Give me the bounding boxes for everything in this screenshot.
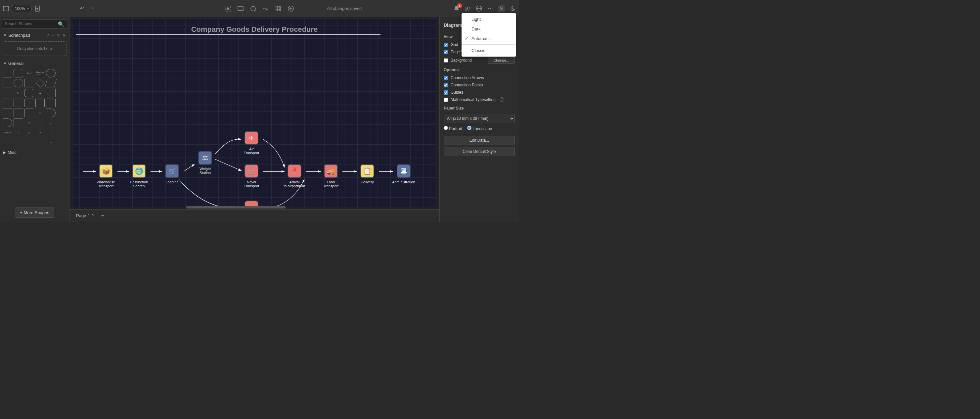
shape-tape[interactable] <box>46 99 56 107</box>
text-tool-icon[interactable]: A <box>225 5 231 12</box>
search-input[interactable] <box>2 19 67 29</box>
notification-icon[interactable] <box>453 5 460 12</box>
canvas[interactable]: Company Goods Delivery Procedure <box>73 19 436 207</box>
shape-blank1[interactable] <box>57 69 67 78</box>
shape-note[interactable] <box>3 108 12 117</box>
shape-blank4[interactable] <box>57 99 67 107</box>
shape-rect[interactable] <box>3 69 12 78</box>
theme-icon[interactable] <box>498 5 505 12</box>
misc-header[interactable]: ▶Misc <box>2 148 67 156</box>
shape-dashed[interactable]: ⋯ <box>3 139 12 147</box>
shape-triangle[interactable]: ▷ <box>14 89 23 97</box>
shape-curve[interactable]: ↝ <box>14 128 23 137</box>
shape-blank2[interactable] <box>57 79 67 88</box>
shape-cube[interactable] <box>14 99 23 107</box>
shape-biline[interactable]: ↔ <box>24 139 34 147</box>
shape-circle[interactable] <box>14 79 23 88</box>
shape-arrow3[interactable]: ⤴ <box>46 118 56 127</box>
shape-line[interactable]: — <box>14 139 23 147</box>
shape-square[interactable] <box>3 79 12 88</box>
dark-mode-icon[interactable] <box>509 5 516 12</box>
shape-callout[interactable] <box>24 108 34 117</box>
shape-arrow1[interactable]: ↗ <box>24 118 34 127</box>
share-icon[interactable] <box>465 5 471 12</box>
shape-parallelogram[interactable] <box>45 79 57 88</box>
diagram-title[interactable]: Company Goods Delivery Procedure <box>191 25 318 34</box>
shape-or[interactable] <box>46 108 56 117</box>
node-delivery[interactable]: 📋Delivery <box>354 164 380 184</box>
edit-icon[interactable]: ✎ <box>57 33 60 38</box>
shape-blank6[interactable] <box>57 118 67 127</box>
shape-arrow7[interactable]: ↗ <box>46 139 56 147</box>
scratchpad-dropzone[interactable]: Drag elements here <box>3 41 67 56</box>
search-icon[interactable]: 🔍 <box>58 21 65 27</box>
help-icon[interactable]: ? <box>47 33 49 38</box>
clear-style-button[interactable]: Clear Default Style <box>444 147 515 156</box>
add-icon[interactable]: + <box>52 33 54 38</box>
redo-icon[interactable]: ↷ <box>88 5 95 12</box>
shape-blank5[interactable] <box>57 108 67 117</box>
node-land[interactable]: 🚚LandTransport <box>318 164 344 188</box>
shape-blank7[interactable] <box>57 128 67 137</box>
theme-classic[interactable]: Classic <box>461 46 516 55</box>
shape-cloud[interactable]: ☁ <box>35 89 45 97</box>
math-checkbox[interactable] <box>444 98 448 102</box>
comment-icon[interactable] <box>476 5 482 12</box>
ellipse-tool-icon[interactable] <box>250 5 256 12</box>
menu-icon[interactable]: ⋯ <box>487 5 494 12</box>
table-tool-icon[interactable] <box>275 5 282 12</box>
undo-icon[interactable]: ↶ <box>79 5 86 12</box>
grid-checkbox[interactable] <box>444 43 448 47</box>
theme-dark[interactable]: Dark <box>461 24 516 34</box>
node-air[interactable]: ✈AirTransport <box>238 131 265 155</box>
shape-blank8[interactable] <box>57 139 67 147</box>
change-bg-button[interactable]: Change... <box>488 57 515 64</box>
conn-points-checkbox[interactable] <box>444 83 448 88</box>
portrait-radio[interactable] <box>444 126 448 130</box>
shape-card[interactable] <box>14 108 23 117</box>
shape-arrow2[interactable]: ⟶ <box>35 118 45 127</box>
shape-heading[interactable]: Heading═══ <box>35 69 45 78</box>
shape-actor[interactable]: 웃 <box>35 108 45 117</box>
shape-arrow6[interactable]: → <box>35 139 45 147</box>
zoom-select[interactable]: 100% <box>12 5 32 12</box>
edit-data-button[interactable]: Edit Data... <box>444 136 515 145</box>
node-loading[interactable]: 🛒Loading <box>159 164 185 184</box>
node-warehouse[interactable]: 📦WarehouseTransport <box>93 164 119 188</box>
horizontal-scrollbar[interactable] <box>186 206 286 209</box>
add-page-icon[interactable]: + <box>100 212 106 219</box>
shape-and[interactable] <box>3 118 12 127</box>
paper-size-select[interactable]: A4 (210 mm x 297 mm) <box>444 114 515 123</box>
shape-hexagon[interactable] <box>3 89 12 97</box>
shape-trap[interactable] <box>35 99 45 107</box>
landscape-radio[interactable] <box>467 126 471 130</box>
conn-arrows-checkbox[interactable] <box>444 76 448 80</box>
shape-ellipse[interactable] <box>46 69 56 78</box>
shape-arrow4[interactable]: ↗ <box>35 128 45 137</box>
node-destination[interactable]: 🌐DestinationSearch <box>126 164 152 188</box>
pageview-checkbox[interactable] <box>444 50 448 54</box>
node-admin[interactable]: 📇Administration <box>390 164 417 184</box>
node-naval[interactable]: 🛒NavalTransport <box>238 164 265 188</box>
node-weight[interactable]: ⚖WeightStation <box>192 151 218 175</box>
shape-list[interactable]: List Item <box>3 128 12 137</box>
guides-checkbox[interactable] <box>444 90 448 95</box>
shape-text[interactable]: Text <box>24 69 34 78</box>
theme-light[interactable]: Light <box>461 14 516 24</box>
info-icon[interactable]: ? <box>500 97 504 102</box>
shape-blank3[interactable] <box>57 89 67 97</box>
page-tab-1[interactable]: Page-1 ^ <box>73 212 96 220</box>
rectangle-tool-icon[interactable] <box>237 5 244 12</box>
theme-automatic[interactable]: Automatic <box>461 34 516 43</box>
background-checkbox[interactable] <box>444 58 448 62</box>
shape-step[interactable] <box>24 99 34 107</box>
close-icon[interactable]: ✕ <box>62 33 66 38</box>
shape-round-rect[interactable] <box>14 69 23 78</box>
shape-process[interactable] <box>24 79 34 88</box>
shape-diamond[interactable] <box>35 78 45 88</box>
shape-doc[interactable] <box>46 89 56 97</box>
shape-arrow5[interactable]: ⟶ <box>46 128 56 137</box>
more-shapes-button[interactable]: + More Shapes <box>15 207 54 218</box>
shape-internal[interactable] <box>3 99 12 107</box>
scratchpad-header[interactable]: ▼Scratchpad ?+✎✕ <box>2 31 67 39</box>
